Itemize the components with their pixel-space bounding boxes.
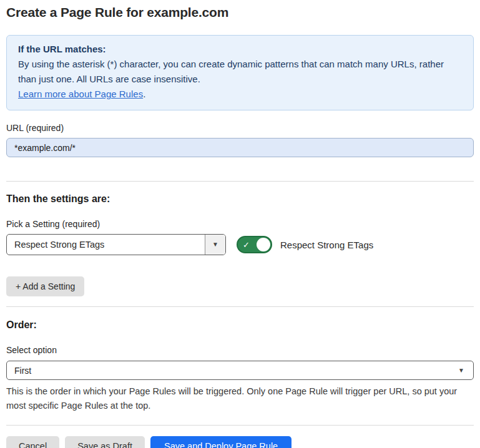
setting-row: Respect Strong ETags ▼ ✓ Respect Strong … (6, 234, 474, 255)
order-select-value: First (7, 366, 458, 376)
save-draft-button[interactable]: Save as Draft (65, 436, 145, 448)
settings-section-heading: Then the settings are: (6, 193, 474, 205)
order-help-text: This is the order in which your Page Rul… (6, 384, 474, 413)
check-icon: ✓ (243, 240, 250, 250)
toggle-label: Respect Strong ETags (280, 240, 373, 250)
url-field-label: URL (required) (6, 123, 474, 133)
create-page-rule-form: Create a Page Rule for example.com If th… (0, 0, 480, 448)
order-section-heading: Order: (6, 319, 474, 331)
order-select[interactable]: First ▼ (6, 361, 474, 380)
order-select-label: Select option (6, 345, 474, 355)
cancel-button[interactable]: Cancel (6, 436, 59, 448)
link-suffix: . (143, 89, 145, 99)
setting-select-value: Respect Strong ETags (7, 235, 205, 255)
url-match-info-box: If the URL matches: By using the asteris… (6, 35, 474, 110)
url-input[interactable] (6, 138, 474, 157)
chevron-down-icon: ▼ (458, 368, 464, 374)
footer-divider (6, 425, 474, 426)
toggle-knob (257, 238, 270, 251)
info-box-body-text: By using the asterisk (*) character, you… (18, 59, 444, 84)
section-divider (6, 306, 474, 307)
setting-toggle[interactable]: ✓ (237, 236, 272, 253)
footer-actions: Cancel Save as Draft Save and Deploy Pag… (6, 436, 474, 448)
learn-more-link[interactable]: Learn more about Page Rules (18, 89, 143, 99)
info-box-heading: If the URL matches: (18, 42, 462, 57)
add-setting-button[interactable]: + Add a Setting (6, 276, 84, 296)
pick-setting-label: Pick a Setting (required) (6, 219, 474, 229)
section-divider (6, 181, 474, 182)
chevron-down-icon: ▼ (212, 241, 218, 248)
setting-select[interactable]: Respect Strong ETags ▼ (6, 234, 226, 255)
page-title: Create a Page Rule for example.com (6, 5, 474, 20)
save-deploy-button[interactable]: Save and Deploy Page Rule (150, 436, 291, 448)
info-box-body: By using the asterisk (*) character, you… (18, 57, 462, 102)
setting-select-arrow-button[interactable]: ▼ (205, 235, 225, 255)
